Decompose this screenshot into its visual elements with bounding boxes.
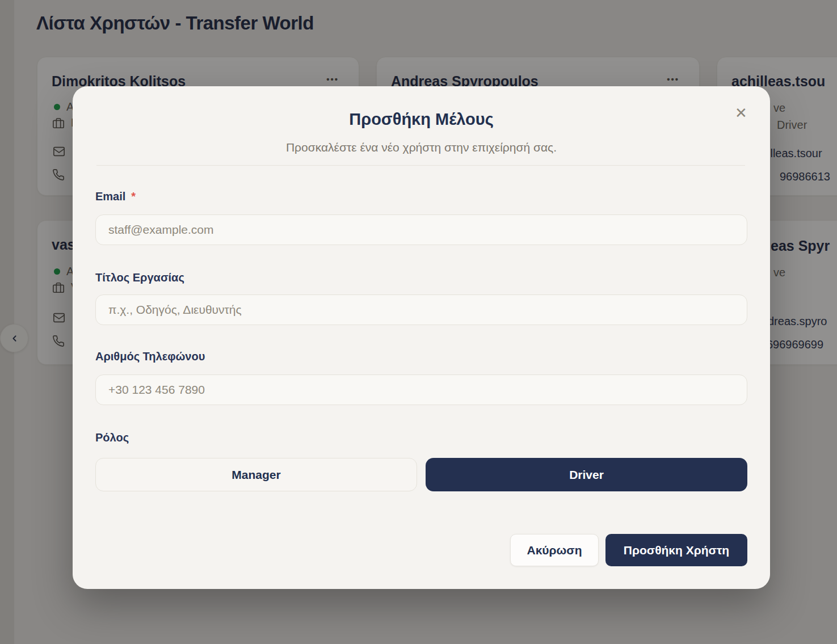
email-field[interactable]: [95, 214, 747, 245]
dialog-title: Προσθήκη Μέλους: [73, 110, 770, 129]
email-label: Email*: [95, 190, 136, 203]
job-title-field[interactable]: [95, 294, 747, 325]
role-option-manager[interactable]: Manager: [95, 458, 417, 491]
job-title-label: Τίτλος Εργασίας: [95, 271, 184, 284]
phone-field[interactable]: [95, 374, 747, 405]
dialog-subtitle: Προσκαλέστε ένα νέο χρήστη στην επιχείρη…: [73, 141, 770, 154]
required-asterisk: *: [131, 190, 136, 203]
divider: [96, 165, 745, 166]
phone-label: Αριθμός Τηλεφώνου: [95, 350, 205, 363]
add-member-dialog: ✕ Προσθήκη Μέλους Προσκαλέστε ένα νέο χρ…: [73, 86, 770, 589]
role-label: Ρόλος: [95, 431, 129, 444]
cancel-button[interactable]: Ακύρωση: [510, 534, 599, 566]
add-user-button[interactable]: Προσθήκη Χρήστη: [605, 534, 747, 566]
role-option-driver[interactable]: Driver: [426, 458, 747, 491]
